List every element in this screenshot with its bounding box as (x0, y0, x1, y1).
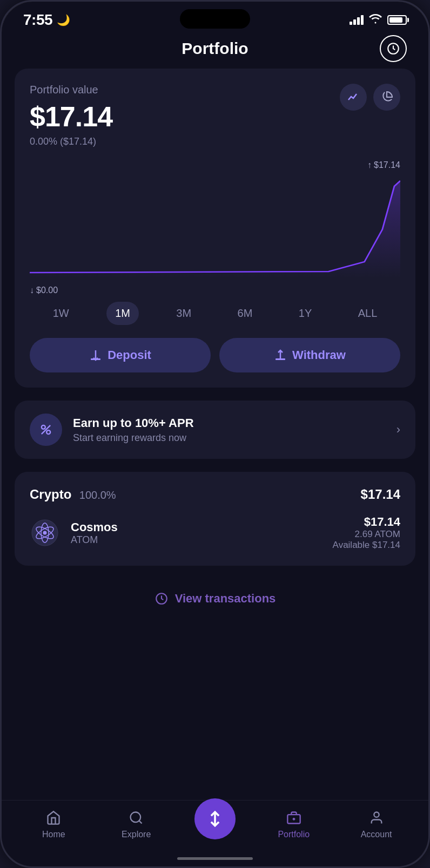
cosmos-values: $17.14 2.69 ATOM Available $17.14 (333, 515, 400, 551)
action-buttons: Deposit Withdraw (30, 336, 400, 372)
withdraw-button[interactable]: Withdraw (219, 338, 400, 372)
filter-3m[interactable]: 3M (167, 302, 200, 325)
deposit-icon (89, 349, 102, 362)
battery-icon (387, 15, 407, 25)
deposit-button[interactable]: Deposit (30, 338, 211, 372)
filter-1y[interactable]: 1Y (290, 302, 320, 325)
cosmos-logo (30, 518, 60, 548)
deposit-label: Deposit (107, 348, 151, 362)
status-icons (350, 14, 407, 26)
view-transactions-link[interactable]: View transactions (15, 579, 415, 614)
svg-rect-4 (276, 358, 285, 360)
moon-icon: 🌙 (57, 13, 70, 26)
crypto-card: Crypto 100.0% $17.14 (15, 472, 415, 566)
cosmos-amount: 2.69 ATOM (333, 529, 400, 540)
crypto-item[interactable]: Cosmos ATOM $17.14 2.69 ATOM Available $… (30, 515, 400, 551)
earn-subtitle: Start earning rewards now (73, 432, 386, 444)
svg-point-14 (131, 812, 141, 823)
earn-title: Earn up to 10%+ APR (73, 416, 386, 430)
nav-explore[interactable]: Explore (112, 809, 160, 839)
svg-rect-2 (91, 358, 100, 360)
svg-point-20 (374, 812, 379, 817)
cosmos-available: Available $17.14 (333, 540, 400, 551)
svg-line-15 (139, 820, 142, 823)
bottom-nav: Home Explore (2, 800, 428, 850)
chart-container: ↑ $17.14 (30, 160, 400, 279)
phone-frame: 7:55 🌙 (0, 0, 430, 868)
header: Portfolio (2, 34, 428, 69)
earn-text: Earn up to 10%+ APR Start earning reward… (73, 416, 386, 444)
chart-arrow-down: ↓ (30, 286, 34, 295)
chart-arrow-up: ↑ (367, 160, 372, 170)
view-transactions-text: View transactions (175, 592, 276, 606)
portfolio-card: Portfolio value $17.14 0.00% ($17.14) (15, 69, 415, 388)
line-chart-button[interactable] (340, 84, 367, 111)
withdraw-icon (274, 349, 287, 362)
home-label: Home (42, 830, 65, 839)
chart-top-value: $17.14 (374, 160, 400, 170)
crypto-total: $17.14 (361, 487, 400, 502)
trade-icon (206, 810, 224, 828)
home-indicator-bar (177, 857, 253, 860)
cosmos-symbol: ATOM (71, 534, 322, 546)
time-filters: 1W 1M 3M 6M 1Y ALL (30, 295, 400, 336)
page-title: Portfolio (182, 39, 248, 58)
trade-button[interactable] (194, 798, 236, 839)
home-indicator (2, 850, 428, 866)
crypto-percentage: 100.0% (79, 489, 116, 501)
filter-6m[interactable]: 6M (229, 302, 261, 325)
portfolio-change: 0.00% ($17.14) (30, 136, 112, 147)
phone-screen: 7:55 🌙 (2, 2, 428, 866)
portfolio-label: Portfolio (278, 830, 310, 839)
home-icon (45, 809, 62, 826)
filter-1m[interactable]: 1M (106, 302, 139, 325)
cosmos-usd: $17.14 (333, 515, 400, 529)
line-chart-icon (347, 91, 360, 104)
wifi-icon (369, 14, 382, 26)
crypto-header: Crypto 100.0% $17.14 (30, 487, 400, 502)
filter-all[interactable]: ALL (350, 302, 386, 325)
earn-icon (30, 413, 62, 446)
view-transactions-icon (154, 592, 169, 606)
account-label: Account (361, 830, 392, 839)
explore-label: Explore (122, 830, 151, 839)
cosmos-info: Cosmos ATOM (71, 520, 322, 546)
explore-icon (127, 809, 145, 826)
account-icon (368, 809, 385, 826)
earn-card[interactable]: Earn up to 10%+ APR Start earning reward… (15, 401, 415, 459)
pie-chart-button[interactable] (373, 84, 400, 111)
nav-portfolio[interactable]: Portfolio (270, 809, 318, 839)
portfolio-value-label: Portfolio value (30, 84, 112, 96)
chart-label-bottom: ↓ $0.00 (30, 286, 400, 295)
chart-bottom-value: $0.00 (36, 286, 58, 295)
chart-label-top: ↑ $17.14 (367, 160, 400, 170)
svg-point-12 (43, 531, 47, 535)
svg-point-6 (46, 430, 50, 434)
filter-1w[interactable]: 1W (44, 302, 78, 325)
nav-home[interactable]: Home (29, 809, 78, 839)
nav-account[interactable]: Account (352, 809, 401, 839)
status-time: 7:55 (23, 11, 52, 29)
atom-icon (31, 519, 59, 547)
portfolio-chart (30, 175, 400, 278)
earn-chevron-icon: › (397, 423, 400, 437)
portfolio-icon (285, 809, 303, 826)
cosmos-name: Cosmos (71, 520, 322, 534)
scroll-content[interactable]: Portfolio value $17.14 0.00% ($17.14) (2, 69, 428, 800)
withdraw-label: Withdraw (292, 348, 346, 362)
svg-point-5 (42, 425, 45, 429)
pie-chart-icon (380, 91, 393, 104)
svg-line-7 (42, 425, 50, 434)
crypto-section-title: Crypto (30, 487, 71, 501)
percent-icon (38, 422, 53, 437)
portfolio-value: $17.14 (30, 100, 112, 133)
history-button[interactable] (380, 35, 407, 62)
dynamic-island (180, 9, 250, 29)
signal-icon (350, 15, 364, 25)
history-icon (386, 42, 400, 56)
